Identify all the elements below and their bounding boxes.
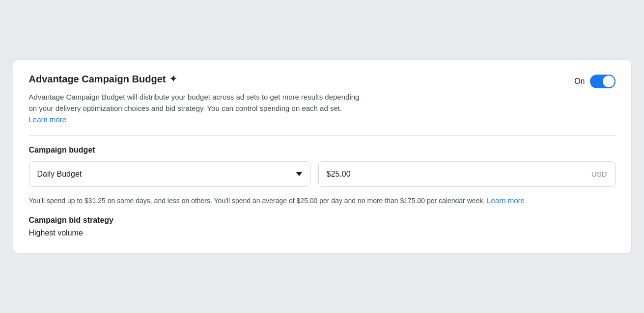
spend-learn-more-link[interactable]: Learn more [487,196,525,205]
currency-label: USD [591,170,607,178]
bid-strategy-label: Campaign bid strategy [29,216,616,225]
budget-type-value: Daily Budget [37,170,82,179]
budget-type-dropdown[interactable]: Daily Budget [29,161,310,187]
budget-amount-value: $25.00 [327,170,351,179]
chevron-down-icon [296,172,302,176]
section-divider [29,135,616,136]
description-body: Advantage Campaign Budget will distribut… [29,93,360,112]
toggle-thumb [603,76,615,87]
header-row: Advantage Campaign Budget ✦ On [29,74,616,88]
budget-input-row: Daily Budget $25.00 USD [29,161,616,187]
spark-icon: ✦ [169,74,177,84]
campaign-budget-section: Campaign budget Daily Budget $25.00 USD … [29,146,616,207]
bid-strategy-value: Highest volume [29,229,616,237]
budget-amount-field[interactable]: $25.00 USD [318,161,616,187]
advantage-campaign-budget-card: Advantage Campaign Budget ✦ On Advantage… [13,59,632,254]
description-text: Advantage Campaign Budget will distribut… [29,91,363,126]
card-title: Advantage Campaign Budget ✦ [29,74,177,85]
description-learn-more-link[interactable]: Learn more [29,115,67,124]
toggle-label: On [574,77,585,86]
title-text: Advantage Campaign Budget [29,74,166,85]
spend-note-text: You'll spend up to $31.25 on some days, … [29,197,485,205]
campaign-bid-strategy-section: Campaign bid strategy Highest volume [29,216,616,237]
spend-description: You'll spend up to $31.25 on some days, … [29,195,616,207]
campaign-budget-label: Campaign budget [29,146,616,155]
advantage-toggle[interactable] [590,75,616,88]
toggle-container: On [574,75,615,88]
